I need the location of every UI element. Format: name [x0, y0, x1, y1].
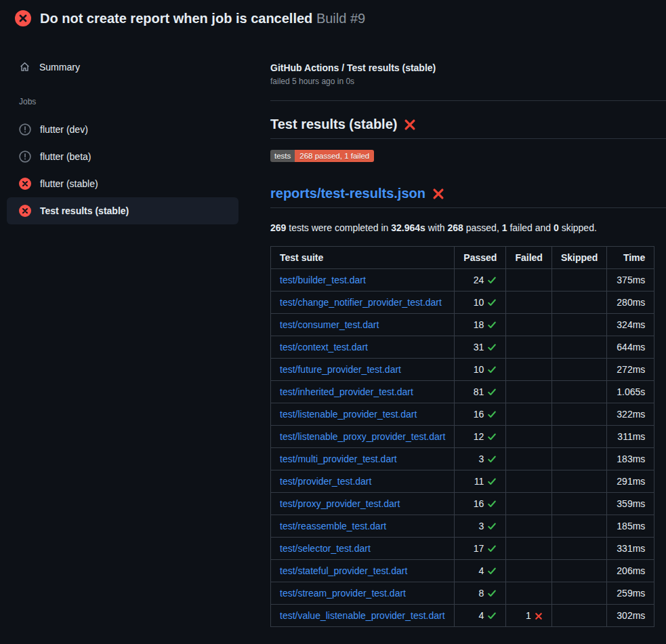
sidebar-summary-label: Summary: [39, 62, 80, 73]
table-row: test/listenable_provider_test.dart 16 32…: [271, 403, 654, 426]
section-heading-text: Test results (stable): [270, 117, 397, 132]
passed-count: 8: [479, 588, 484, 599]
passed-count: 10: [474, 297, 484, 308]
total-tests: 269: [270, 222, 286, 233]
table-row: test/consumer_test.dart 18 324ms: [271, 314, 654, 336]
test-suite-link[interactable]: test/future_provider_test.dart: [280, 364, 401, 375]
col-header-passed: Passed: [455, 247, 506, 269]
passed-cell: 18: [455, 314, 506, 336]
table-row: test/provider_test.dart 11 291ms: [271, 470, 654, 493]
test-suite-link[interactable]: test/value_listenable_provider_test.dart: [280, 610, 445, 621]
passed-cell: 24: [455, 269, 506, 291]
test-suite-link[interactable]: test/proxy_provider_test.dart: [280, 498, 400, 509]
failed-cell: [506, 403, 551, 426]
check-icon: [487, 432, 497, 441]
summary-text: skipped.: [559, 222, 597, 233]
sidebar-item-flutter-beta[interactable]: flutter (beta): [7, 143, 238, 170]
page-title: Do not create report when job is cancell…: [40, 10, 365, 26]
summary-text: with: [425, 222, 448, 233]
failed-cell: [506, 381, 551, 403]
check-icon: [487, 387, 497, 397]
test-suite-link[interactable]: test/stream_provider_test.dart: [280, 588, 406, 599]
sidebar-item-flutter-dev[interactable]: flutter (dev): [7, 116, 238, 143]
check-icon: [487, 588, 497, 598]
skipped-cell: [551, 470, 606, 493]
test-suite-link[interactable]: test/listenable_provider_test.dart: [280, 409, 417, 420]
time-cell: 280ms: [607, 291, 654, 314]
skipped-cell: [551, 448, 606, 470]
time-cell: 259ms: [607, 582, 654, 605]
summary-text: failed and: [507, 222, 554, 233]
table-row: test/value_listenable_provider_test.dart…: [271, 605, 654, 627]
summary-text: tests were completed in: [286, 222, 391, 233]
failed-cell: [506, 560, 551, 582]
skipped-cell: [551, 359, 606, 381]
failed-status-icon: [19, 205, 31, 217]
check-icon: [487, 320, 497, 329]
time-cell: 311ms: [607, 426, 654, 448]
passed-cell: 16: [455, 493, 506, 515]
failed-cell: [506, 448, 551, 470]
col-header-failed: Failed: [506, 247, 551, 269]
table-row: test/change_notifier_provider_test.dart …: [271, 291, 654, 314]
table-row: test/selector_test.dart 17 331ms: [271, 538, 654, 560]
sidebar-item-test-results-stable[interactable]: Test results (stable): [7, 197, 238, 224]
failed-status-icon: [19, 178, 31, 190]
test-suite-link[interactable]: test/context_test.dart: [280, 342, 368, 353]
passed-count: 17: [474, 543, 484, 554]
skipped-cell: [551, 515, 606, 538]
table-row: test/stream_provider_test.dart 8 259ms: [271, 582, 654, 605]
test-suite-link[interactable]: test/listenable_proxy_provider_test.dart: [280, 431, 445, 442]
table-row: test/listenable_proxy_provider_test.dart…: [271, 426, 654, 448]
test-results-table: Test suite Passed Failed Skipped Time te…: [270, 246, 654, 627]
check-icon: [487, 365, 497, 374]
time-cell: 324ms: [607, 314, 654, 336]
test-suite-link[interactable]: test/consumer_test.dart: [280, 319, 379, 330]
test-suite-link[interactable]: test/builder_test.dart: [280, 275, 366, 285]
check-icon: [487, 409, 497, 419]
col-header-test-suite: Test suite: [271, 247, 455, 269]
failed-total: 1: [502, 222, 507, 233]
passed-cell: 81: [455, 381, 506, 403]
layout: Summary Jobs flutter (dev) flutter (beta…: [0, 38, 666, 627]
badge-label: tests: [270, 150, 295, 162]
check-icon: [487, 342, 497, 352]
passed-count: 4: [479, 610, 484, 621]
passed-cell: 10: [455, 291, 506, 314]
check-icon: [487, 275, 497, 285]
cross-mark-icon: [432, 188, 444, 200]
test-suite-link[interactable]: test/provider_test.dart: [280, 476, 371, 487]
check-icon: [487, 298, 497, 307]
skipped-cell: [551, 314, 606, 336]
test-suite-link[interactable]: test/inherited_provider_test.dart: [280, 386, 413, 397]
passed-cell: 3: [455, 448, 506, 470]
failed-cell: [506, 359, 551, 381]
time-cell: 644ms: [607, 336, 654, 359]
failed-cell: [506, 314, 551, 336]
failed-status-icon: [15, 10, 31, 26]
sidebar-item-summary[interactable]: Summary: [0, 56, 254, 78]
sidebar-item-flutter-stable[interactable]: flutter (stable): [7, 170, 238, 197]
cancelled-status-icon: [19, 123, 31, 136]
check-icon: [487, 521, 497, 531]
skipped-cell: [551, 426, 606, 448]
failed-cell: [506, 269, 551, 291]
passed-cell: 16: [455, 403, 506, 426]
test-suite-link[interactable]: test/multi_provider_test.dart: [280, 454, 397, 464]
table-row: test/inherited_provider_test.dart 81 1.0…: [271, 381, 654, 403]
failed-cell: [506, 582, 551, 605]
jobs-section-label: Jobs: [19, 97, 254, 106]
passed-count: 16: [474, 409, 484, 420]
test-suite-link[interactable]: test/reassemble_test.dart: [280, 521, 386, 531]
section-heading: Test results (stable): [270, 117, 666, 139]
passed-cell: 11: [455, 470, 506, 493]
passed-count: 3: [479, 454, 484, 464]
time-cell: 302ms: [607, 605, 654, 627]
report-file-link[interactable]: reports/test-results.json: [270, 186, 425, 201]
test-suite-link[interactable]: test/stateful_provider_test.dart: [280, 565, 407, 576]
test-suite-link[interactable]: test/selector_test.dart: [280, 543, 371, 554]
run-meta: failed 5 hours ago in 0s: [270, 77, 666, 86]
test-suite-link[interactable]: test/change_notifier_provider_test.dart: [280, 297, 442, 308]
col-header-time: Time: [607, 247, 654, 269]
skipped-cell: [551, 560, 606, 582]
